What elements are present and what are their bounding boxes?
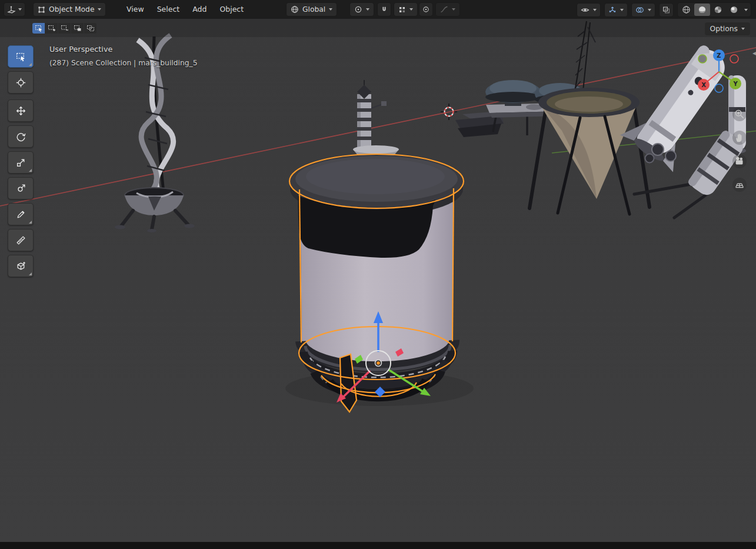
select-mode-intersect[interactable] bbox=[84, 23, 96, 34]
toggle-xray-icon bbox=[662, 6, 670, 14]
proportional-falloff-dropdown[interactable] bbox=[435, 2, 460, 16]
measure-tool-icon bbox=[16, 235, 26, 245]
move-tool-icon bbox=[16, 106, 26, 116]
spiral-tower-object[interactable] bbox=[115, 35, 195, 232]
show-overlays-icon bbox=[635, 6, 644, 14]
chevron-down-icon bbox=[620, 9, 624, 11]
nav-y-label: Y bbox=[732, 81, 738, 87]
tool-select-box[interactable] bbox=[8, 45, 34, 68]
more-tools-indicator bbox=[29, 272, 32, 275]
more-tools-indicator bbox=[29, 221, 32, 224]
snap-target-dropdown[interactable] bbox=[394, 2, 418, 16]
blender-window: Object Mode View Select Add Object Globa… bbox=[0, 0, 756, 549]
comm-tower-object[interactable] bbox=[353, 80, 399, 161]
menu-object[interactable]: Object bbox=[213, 2, 250, 16]
chevron-down-icon bbox=[744, 9, 748, 11]
snap-target-icon bbox=[398, 6, 406, 14]
tool-header bbox=[0, 19, 756, 37]
chevron-down-icon bbox=[366, 8, 369, 11]
chevron-down-icon bbox=[741, 28, 745, 30]
more-tools-indicator bbox=[29, 63, 32, 66]
nav-z-label: Z bbox=[717, 52, 721, 59]
visibility-eye-icon bbox=[581, 6, 590, 14]
select-extend-icon bbox=[48, 25, 56, 32]
sidebar-toggle-arrow[interactable]: ◂ bbox=[752, 49, 756, 56]
viewport-side-controls bbox=[732, 107, 747, 192]
select-set-icon bbox=[35, 25, 43, 32]
transform-tool-icon bbox=[16, 184, 26, 194]
pivot-point-dropdown[interactable] bbox=[349, 2, 374, 16]
chevron-down-icon bbox=[98, 8, 101, 11]
global-orientation-icon bbox=[291, 5, 299, 14]
select-mode-invert[interactable] bbox=[71, 23, 84, 34]
proportional-editing-button[interactable] bbox=[419, 2, 433, 16]
tool-measure[interactable] bbox=[8, 229, 34, 251]
transform-orientation-label: Global bbox=[302, 5, 325, 14]
chevron-down-icon bbox=[452, 8, 455, 11]
tool-add-cube[interactable] bbox=[8, 255, 34, 277]
cone-silo-object[interactable] bbox=[529, 88, 650, 214]
proportional-editing-icon bbox=[422, 5, 429, 14]
snap-toggle-button[interactable] bbox=[377, 2, 391, 16]
show-overlays-dropdown[interactable] bbox=[631, 3, 655, 17]
tool-cursor[interactable] bbox=[8, 71, 34, 94]
tool-move[interactable] bbox=[8, 99, 34, 122]
status-bar bbox=[0, 542, 756, 549]
chevron-down-icon bbox=[409, 8, 413, 11]
add-cube-tool-icon bbox=[16, 261, 26, 271]
rotate-tool-icon bbox=[16, 132, 26, 142]
annotate-tool-icon bbox=[16, 209, 26, 219]
3d-viewport[interactable]: Z X Y bbox=[0, 19, 756, 542]
shading-solid-button[interactable] bbox=[694, 4, 710, 16]
select-invert-icon bbox=[74, 25, 82, 32]
snap-magnet-icon bbox=[381, 5, 388, 14]
select-mode-set[interactable] bbox=[32, 23, 45, 34]
chevron-down-icon bbox=[593, 9, 597, 11]
nav-axis-neg-x[interactable] bbox=[730, 55, 738, 63]
grid-projection-icon bbox=[734, 179, 745, 191]
hand-icon bbox=[734, 132, 745, 144]
zoom-control[interactable] bbox=[732, 107, 747, 121]
shading-material-button[interactable] bbox=[710, 4, 726, 16]
shading-rendered-button[interactable] bbox=[726, 4, 742, 16]
toggle-xray-button[interactable] bbox=[659, 3, 674, 17]
more-tools-indicator bbox=[29, 169, 32, 172]
tool-scale[interactable] bbox=[8, 151, 34, 174]
projection-toggle-control[interactable] bbox=[732, 178, 747, 192]
camera-icon bbox=[734, 155, 745, 167]
shading-wireframe-button[interactable] bbox=[678, 4, 694, 16]
tool-transform[interactable] bbox=[8, 177, 34, 199]
nav-axis-neg-z[interactable] bbox=[715, 84, 723, 92]
scale-tool-icon bbox=[16, 158, 26, 168]
tool-rotate[interactable] bbox=[8, 125, 34, 148]
menu-view[interactable]: View bbox=[120, 2, 151, 16]
nav-axis-neg-y[interactable] bbox=[698, 55, 707, 63]
menu-add[interactable]: Add bbox=[186, 2, 213, 16]
options-dropdown[interactable]: Options bbox=[705, 22, 750, 35]
header-menus: View Select Add Object bbox=[120, 2, 250, 16]
object-mode-icon bbox=[38, 6, 45, 14]
chevron-down-icon bbox=[329, 8, 332, 11]
visibility-dropdown[interactable] bbox=[577, 3, 601, 17]
tool-annotate[interactable] bbox=[8, 203, 34, 225]
camera-view-control[interactable] bbox=[732, 154, 747, 168]
select-mode-extend[interactable] bbox=[45, 23, 58, 34]
3d-viewport-editor-icon bbox=[7, 5, 16, 14]
pivot-point-icon bbox=[354, 5, 362, 14]
select-mode-group bbox=[32, 23, 96, 34]
pan-control[interactable] bbox=[732, 131, 747, 145]
editor-type-button[interactable] bbox=[4, 2, 25, 16]
menu-select[interactable]: Select bbox=[151, 2, 186, 16]
viewport-3d-scene[interactable]: Z X Y bbox=[0, 19, 756, 542]
transform-orientation-dropdown[interactable]: Global bbox=[286, 2, 337, 16]
nav-x-label: X bbox=[701, 82, 706, 88]
mode-dropdown[interactable]: Object Mode bbox=[33, 2, 106, 16]
toolbar bbox=[8, 45, 34, 281]
select-mode-subtract[interactable] bbox=[58, 23, 71, 34]
show-gizmos-dropdown[interactable] bbox=[604, 3, 628, 17]
object-origin-dot bbox=[377, 361, 380, 365]
chevron-down-icon bbox=[648, 9, 651, 11]
proportional-falloff-icon bbox=[440, 5, 448, 14]
cursor-tool-icon bbox=[16, 78, 26, 88]
solid-shading-icon bbox=[698, 5, 707, 14]
